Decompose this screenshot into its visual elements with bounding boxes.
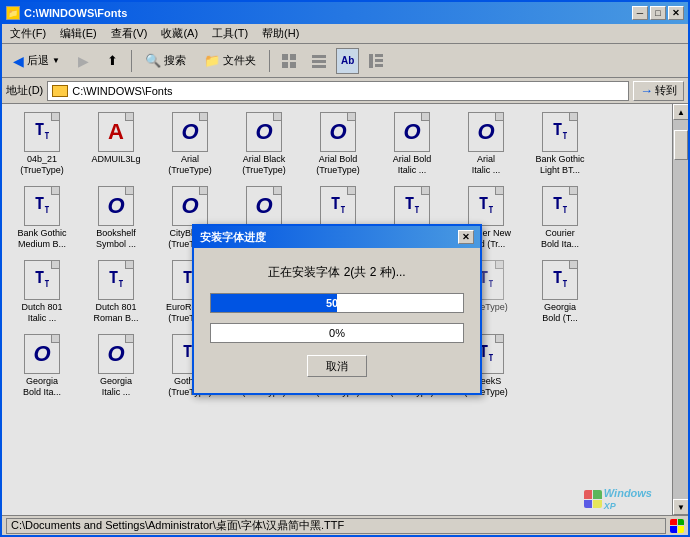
folders-label: 文件夹 <box>223 53 256 68</box>
status-xp-flag <box>670 519 684 533</box>
svg-rect-2 <box>282 62 288 68</box>
title-bar-left: 📁 C:\WINDOWS\Fonts <box>6 6 127 20</box>
toolbar-separator-2 <box>269 50 270 72</box>
progress-bar-2: 0% <box>210 323 464 343</box>
status-path: C:\Documents and Settings\Administrator\… <box>11 518 344 533</box>
svg-rect-0 <box>282 54 288 60</box>
title-bar-buttons: ─ □ ✕ <box>632 6 684 20</box>
view-icon-2 <box>311 53 327 69</box>
address-bar: 地址(D) → 转到 <box>2 78 688 104</box>
forward-button[interactable]: ▶ <box>71 48 96 74</box>
close-button[interactable]: ✕ <box>668 6 684 20</box>
scroll-down-button[interactable]: ▼ <box>673 499 688 515</box>
status-text: C:\Documents and Settings\Administrator\… <box>6 518 666 534</box>
dialog-close-button[interactable]: ✕ <box>458 230 474 244</box>
address-folder-icon <box>52 85 68 97</box>
progress-bar-1: 50% <box>210 293 464 313</box>
menu-edit[interactable]: 编辑(E) <box>54 24 103 43</box>
dialog-title-text: 安装字体进度 <box>200 230 266 245</box>
dialog-title-bar: 安装字体进度 ✕ <box>194 226 480 248</box>
view-btn-4[interactable] <box>363 48 389 74</box>
go-label: 转到 <box>655 83 677 98</box>
modal-overlay: 安装字体进度 ✕ 正在安装字体 2(共 2 种)... 50% <box>2 104 672 515</box>
window-icon: 📁 <box>6 6 20 20</box>
progress-label-2: 0% <box>329 327 345 339</box>
folders-icon: 📁 <box>204 53 220 68</box>
back-dropdown-icon[interactable]: ▼ <box>52 56 60 65</box>
forward-arrow-icon: ▶ <box>78 53 89 69</box>
address-input-wrap <box>47 81 629 101</box>
view-btn-1[interactable] <box>276 48 302 74</box>
search-label: 搜索 <box>164 53 186 68</box>
content-area: TT 04b_21(TrueType) A ADMUIL3Lg O Arial(… <box>2 104 688 515</box>
svg-rect-3 <box>290 62 296 68</box>
back-label: 后退 <box>27 53 49 68</box>
menu-favorites[interactable]: 收藏(A) <box>155 24 204 43</box>
search-button[interactable]: 🔍 搜索 <box>138 48 193 74</box>
address-label: 地址(D) <box>6 83 43 98</box>
dialog-body: 正在安装字体 2(共 2 种)... 50% 0% 取消 <box>194 248 480 393</box>
view-icon-4 <box>368 53 384 69</box>
progress-label-1: 50% <box>211 294 463 312</box>
menu-file[interactable]: 文件(F) <box>4 24 52 43</box>
main-window: 📁 C:\WINDOWS\Fonts ─ □ ✕ 文件(F) 编辑(E) 查看(… <box>0 0 690 537</box>
install-dialog: 安装字体进度 ✕ 正在安装字体 2(共 2 种)... 50% <box>192 224 482 395</box>
up-button[interactable]: ⬆ <box>100 48 125 74</box>
window-title: C:\WINDOWS\Fonts <box>24 7 127 19</box>
scrollbar: ▲ ▼ <box>672 104 688 515</box>
scroll-up-button[interactable]: ▲ <box>673 104 688 120</box>
toolbar: ◀ 后退 ▼ ▶ ⬆ 🔍 搜索 📁 文件夹 Ab <box>2 44 688 78</box>
svg-rect-1 <box>290 54 296 60</box>
title-bar: 📁 C:\WINDOWS\Fonts ─ □ ✕ <box>2 2 688 24</box>
view-btn-3[interactable]: Ab <box>336 48 359 74</box>
file-list: TT 04b_21(TrueType) A ADMUIL3Lg O Arial(… <box>2 104 672 515</box>
svg-rect-5 <box>312 60 326 63</box>
dialog-message: 正在安装字体 2(共 2 种)... <box>210 264 464 281</box>
view-icon-3: Ab <box>341 55 354 66</box>
scroll-thumb[interactable] <box>674 130 688 160</box>
progress-wrap-1: 50% <box>210 293 464 313</box>
status-bar: C:\Documents and Settings\Administrator\… <box>2 515 688 535</box>
svg-rect-10 <box>375 64 383 67</box>
go-button[interactable]: → 转到 <box>633 81 684 101</box>
view-btn-2[interactable] <box>306 48 332 74</box>
cancel-button[interactable]: 取消 <box>307 355 367 377</box>
svg-rect-7 <box>369 54 373 68</box>
svg-rect-8 <box>375 54 383 57</box>
back-button[interactable]: ◀ 后退 ▼ <box>6 48 67 74</box>
menu-view[interactable]: 查看(V) <box>105 24 154 43</box>
menu-bar: 文件(F) 编辑(E) 查看(V) 收藏(A) 工具(T) 帮助(H) <box>2 24 688 44</box>
maximize-button[interactable]: □ <box>650 6 666 20</box>
back-arrow-icon: ◀ <box>13 53 24 69</box>
minimize-button[interactable]: ─ <box>632 6 648 20</box>
svg-rect-6 <box>312 65 326 68</box>
status-logo <box>670 519 684 533</box>
menu-help[interactable]: 帮助(H) <box>256 24 305 43</box>
scroll-track[interactable] <box>673 120 688 499</box>
address-input[interactable] <box>72 85 624 97</box>
search-icon: 🔍 <box>145 53 161 68</box>
folders-button[interactable]: 📁 文件夹 <box>197 48 263 74</box>
up-arrow-icon: ⬆ <box>107 53 118 68</box>
go-arrow-icon: → <box>640 83 653 98</box>
svg-rect-4 <box>312 55 326 58</box>
view-icon-1 <box>281 53 297 69</box>
menu-tools[interactable]: 工具(T) <box>206 24 254 43</box>
svg-rect-9 <box>375 59 383 62</box>
toolbar-separator-1 <box>131 50 132 72</box>
